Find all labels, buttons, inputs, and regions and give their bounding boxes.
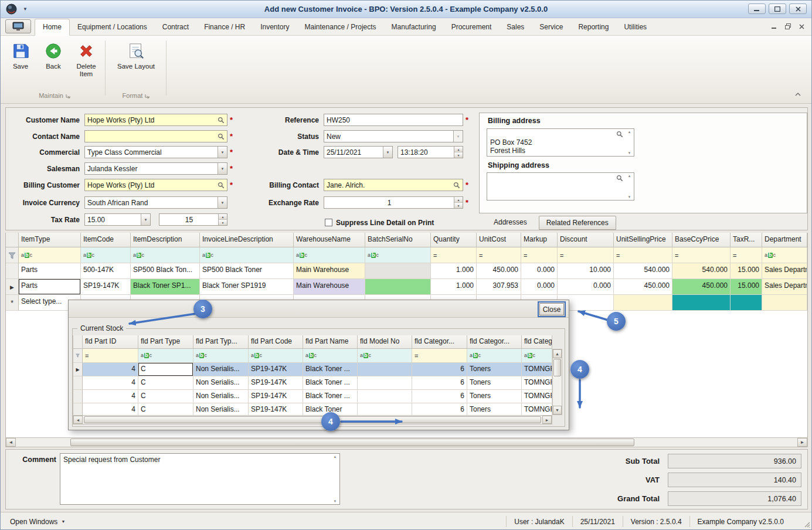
filter-cell-itemtype[interactable]: abc [19, 247, 81, 263]
filter-cell[interactable]: abc [358, 349, 412, 363]
grid-cell[interactable]: 450.000 [672, 279, 731, 295]
column-header-itemcode[interactable]: ItemCode [81, 233, 131, 247]
scrollbar-thumb[interactable] [70, 439, 634, 446]
current-row-indicator-icon[interactable]: ▶ [73, 363, 83, 376]
column-header-taxrate[interactable]: TaxR... [731, 233, 762, 247]
column-header-discount[interactable]: Discount [558, 233, 614, 247]
billing-customer-field[interactable]: Hope Works (Pty) Ltd [84, 179, 227, 191]
grid-cell[interactable]: TOMNGR [522, 376, 552, 390]
scrollbar-thumb[interactable] [84, 416, 541, 423]
grid-cell[interactable]: Black Toner ... [303, 376, 358, 390]
column-header-markup[interactable]: Markup [521, 233, 558, 247]
chevron-down-icon[interactable]: ▼ [218, 147, 227, 158]
suppress-line-detail-checkbox[interactable] [325, 219, 332, 226]
grid-cell[interactable]: 15.000 [731, 279, 762, 295]
ribbon-tab-reporting[interactable]: Reporting [570, 19, 616, 35]
grid-cell[interactable]: SP19-147K [249, 390, 303, 403]
filter-cell-unitcost[interactable]: = [477, 247, 521, 263]
grid-cell[interactable]: 307.953 [477, 279, 521, 295]
filter-cell-baseccyprice[interactable]: = [672, 247, 731, 263]
grid-cell[interactable]: TOMNGR [522, 363, 552, 376]
grid-cell[interactable]: 6 [412, 403, 467, 415]
filter-cell[interactable]: = [83, 349, 138, 363]
row-indicator[interactable] [73, 390, 83, 403]
chevron-down-icon[interactable]: ▼ [141, 214, 150, 225]
filter-cell-department[interactable]: abc [762, 247, 807, 263]
ribbon-tab-finance-hr[interactable]: Finance / HR [196, 19, 253, 35]
column-header-itemdescription[interactable]: ItemDescription [131, 233, 200, 247]
group-dialog-launcher-icon[interactable] [145, 93, 150, 100]
filter-cell-invoicelinedescription[interactable]: abc [200, 247, 294, 263]
grid-cell[interactable]: SP500 Black Toner [200, 263, 294, 279]
delete-item-button[interactable]: Delete Item [70, 39, 103, 78]
grid-cell[interactable]: Black Toner SP1... [131, 279, 200, 295]
grid-cell[interactable]: Sales Departm [762, 263, 807, 279]
grid-cell[interactable]: Sales Departm [762, 279, 807, 295]
grid-cell[interactable] [762, 295, 807, 311]
column-header-fld-part-code[interactable]: fld Part Code [249, 335, 303, 349]
grid-cell[interactable] [672, 295, 731, 311]
group-dialog-launcher-icon[interactable] [66, 93, 70, 100]
app-menu-button[interactable] [5, 19, 31, 33]
grid-cell[interactable]: Non Serialis... [193, 363, 249, 376]
grid-cell[interactable]: TOMNGR [522, 403, 552, 415]
grid-cell[interactable]: 540.000 [672, 263, 731, 279]
column-header-invoicelinedescription[interactable]: InvoiceLineDescription [200, 233, 294, 247]
scroll-up-button[interactable]: ▲ [553, 349, 562, 358]
filter-cell-itemcode[interactable]: abc [81, 247, 131, 263]
contact-name-field[interactable] [84, 130, 227, 142]
comment-field[interactable]: Special request from Customer ▲▼ [60, 453, 340, 505]
invoice-currency-dropdown[interactable]: South African Rand ▼ [84, 196, 227, 209]
tab-addresses[interactable]: Addresses [487, 216, 534, 230]
filter-cell-discount[interactable]: = [558, 247, 614, 263]
grid-cell[interactable]: SP19-147K [249, 403, 303, 415]
grid-cell[interactable]: SP19-147K [249, 363, 303, 376]
scroll-right-button[interactable]: ► [542, 416, 552, 424]
grid-horizontal-scrollbar[interactable]: ◄ ► [5, 437, 808, 447]
filter-cell-taxrate[interactable]: = [731, 247, 762, 263]
search-icon[interactable] [616, 131, 623, 140]
search-icon[interactable] [216, 182, 225, 189]
ribbon-tab-service[interactable]: Service [532, 19, 570, 35]
popup-close-button[interactable]: Close [539, 303, 564, 315]
spinner-buttons[interactable]: ▲▼ [218, 214, 227, 225]
column-header-baseccyprice[interactable]: BaseCcyPrice [672, 233, 731, 247]
field-scrollbar[interactable]: ▲▼ [626, 174, 633, 199]
filter-cell-batchserialno[interactable]: abc [365, 247, 431, 263]
tax-rate-dropdown[interactable]: 15.00 ▼ [84, 213, 151, 226]
grid-cell-focused[interactable]: Parts [19, 279, 81, 295]
filter-cell-itemdescription[interactable]: abc [131, 247, 200, 263]
column-header-department[interactable]: Department [762, 233, 807, 247]
ribbon-tab-utilities[interactable]: Utilities [616, 19, 654, 35]
search-icon[interactable] [216, 133, 225, 140]
reference-field[interactable]: HW250 [324, 114, 463, 126]
filter-cell-warehousename[interactable]: abc [294, 247, 365, 263]
grid-cell[interactable]: 4 [83, 390, 138, 403]
shipping-address-field[interactable]: ▲▼ [487, 172, 634, 201]
grid-cell[interactable]: 4 [83, 403, 138, 415]
grid-cell[interactable] [358, 390, 412, 403]
mdi-restore-icon[interactable] [785, 23, 791, 31]
grid-cell[interactable]: 6 [412, 376, 467, 390]
column-header-quantity[interactable]: Quantity [431, 233, 477, 247]
column-header-warehousename[interactable]: WarehouseName [294, 233, 365, 247]
filter-cell[interactable]: = [412, 349, 467, 363]
grid-cell[interactable]: 0.000 [521, 279, 558, 295]
ribbon-tab-sales[interactable]: Sales [499, 19, 532, 35]
grid-cell[interactable] [614, 295, 672, 311]
grid-cell[interactable]: C [138, 376, 193, 390]
billing-contact-field[interactable]: Jane. Alrich. [324, 179, 463, 191]
ribbon-tab-home[interactable]: Home [35, 19, 70, 36]
save-layout-button[interactable]: Save Layout [113, 39, 159, 70]
billing-address-field[interactable]: PO Box 7452 Forest Hills ▲▼ [487, 128, 634, 157]
popup-horizontal-scrollbar[interactable]: ◄ ► [73, 415, 552, 424]
ribbon-tab-procurement[interactable]: Procurement [444, 19, 500, 35]
maximize-button[interactable] [769, 4, 786, 14]
minimize-button[interactable] [748, 4, 766, 14]
grid-cell[interactable]: Black Toner ... [303, 390, 358, 403]
grid-cell[interactable]: SP19-147K [81, 279, 131, 295]
column-header-fld-categor-2[interactable]: fld Categor... [467, 335, 522, 349]
filter-cell[interactable]: abc [138, 349, 193, 363]
column-header-fld-category[interactable]: fld Category [522, 335, 552, 349]
salesman-dropdown[interactable]: Julanda Kessler ▼ [84, 162, 227, 175]
